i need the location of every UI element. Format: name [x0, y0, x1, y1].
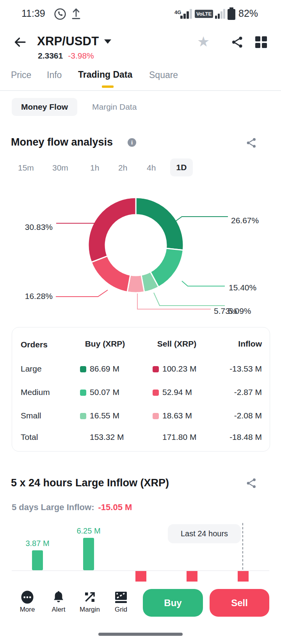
inflow-value: -2.87 M [234, 388, 262, 397]
bar-value-label: 3.87 M [14, 539, 61, 548]
favorite-star-icon[interactable]: ★ [197, 35, 210, 48]
pair-selector[interactable]: XRP/USDT [37, 34, 111, 48]
five-day-inflow-value: -15.05 M [98, 502, 132, 512]
nav-label-more: More [10, 606, 45, 614]
inflow-value: -2.08 M [234, 411, 262, 420]
last-price: 2.3361 [38, 51, 63, 60]
large-inflow-bar-chart: Last 24 hours 3.87 M6.25 M [0, 521, 281, 584]
donut-segment-large-buy[interactable] [136, 197, 183, 250]
table-row: Medium 50.07 M 52.94 M -2.87 M [12, 387, 270, 399]
sell-value: 52.94 M [162, 388, 192, 397]
price-change: -3.98% [68, 51, 94, 60]
donut-leader-small-sell [137, 294, 211, 309]
tab-square[interactable]: Square [149, 70, 178, 80]
row-label: Small [21, 411, 41, 420]
nav-item-alert[interactable]: Alert [41, 590, 76, 614]
tab-info[interactable]: Info [47, 70, 62, 80]
section-share-icon-2[interactable] [246, 478, 257, 489]
sell-swatch [153, 366, 159, 372]
donut-segment-medium-sell[interactable] [91, 256, 130, 292]
col-header-sell: Sell (XRP) [157, 339, 196, 349]
col-header-inflow: Inflow [238, 339, 262, 349]
clock: 11:39 [21, 8, 45, 19]
buy-swatch [80, 413, 86, 419]
buy-value: 153.32 M [90, 432, 124, 442]
donut-label-large-buy: 26.67% [231, 216, 259, 225]
table-row: Large 86.69 M 100.23 M -13.53 M [12, 364, 270, 375]
inflow-bar-2 [83, 538, 94, 570]
battery-percent: 82% [238, 8, 258, 19]
buy-value: 86.69 M [90, 364, 119, 374]
row-label: Large [21, 364, 42, 374]
inflow-value: -13.53 M [229, 364, 262, 374]
interval-1d-label: 1D [176, 163, 187, 172]
last-24h-annotation: Last 24 hours [168, 524, 241, 543]
money-flow-title: Money flow analysis [11, 136, 113, 148]
more-icon [20, 590, 34, 604]
col-header-orders: Orders [21, 340, 48, 349]
buy-button[interactable]: Buy [143, 589, 203, 617]
sell-value: 171.80 M [162, 432, 197, 442]
sell-swatch [153, 413, 159, 419]
interval-15m[interactable]: 15m [18, 163, 34, 173]
nav-label-margin: Margin [72, 606, 107, 614]
table-row-total: Total 153.32 M 171.80 M -18.48 M [12, 432, 270, 444]
tab-trading-data[interactable]: Trading Data [78, 69, 132, 80]
battery-icon [226, 7, 237, 20]
pair-title: XRP/USDT [37, 34, 99, 48]
interval-1d[interactable]: 1D [170, 158, 193, 176]
volte-badge: VoLTE [195, 10, 213, 18]
donut-leader-medium-sell [56, 290, 108, 297]
home-indicator[interactable] [98, 633, 183, 636]
interval-1h[interactable]: 1h [90, 163, 99, 173]
sell-button[interactable]: Sell [210, 589, 269, 617]
active-tab-underline [102, 85, 114, 88]
section-share-icon[interactable] [246, 137, 257, 148]
orders-table: Orders Buy (XRP) Sell (XRP) Inflow Large… [12, 327, 270, 452]
sell-swatch [153, 390, 159, 396]
bar-value-label: 6.25 M [65, 527, 112, 535]
donut-label-medium-buy: 15.40% [229, 283, 256, 292]
nav-item-more[interactable]: More [10, 590, 45, 614]
grid-bot-icon [114, 590, 128, 604]
subtab-margin-data[interactable]: Margin Data [92, 102, 137, 112]
margin-percent-icon [83, 590, 97, 604]
share-icon[interactable] [231, 36, 244, 48]
buy-value: 16.55 M [90, 411, 119, 420]
interval-2h[interactable]: 2h [118, 163, 127, 173]
chevron-down-icon [104, 39, 111, 44]
nav-item-grid[interactable]: Grid [103, 590, 139, 614]
donut-segment-large-sell[interactable] [88, 197, 136, 262]
nav-label-grid: Grid [103, 606, 139, 614]
subtab-money-flow[interactable]: Money Flow [12, 98, 77, 116]
nav-item-margin[interactable]: Margin [72, 590, 107, 614]
bell-icon [52, 590, 66, 604]
upload-icon [71, 7, 82, 21]
donut-leader-medium-buy [182, 281, 225, 286]
tab-price[interactable]: Price [11, 70, 31, 80]
nav-label-alert: Alert [41, 606, 76, 614]
inflow-bar-1 [32, 550, 43, 570]
signal-bars-2-icon [215, 9, 227, 19]
interval-4h[interactable]: 4h [147, 163, 156, 173]
inflow-value: -18.48 M [229, 432, 262, 442]
donut-label-medium-sell: 16.28% [25, 292, 53, 301]
buy-swatch [80, 390, 86, 396]
markets-grid-icon[interactable] [255, 36, 267, 48]
back-arrow-icon[interactable] [13, 35, 27, 49]
sell-value: 100.23 M [162, 364, 197, 374]
inflow-bar-3 [135, 571, 146, 582]
subtab-money-flow-label: Money Flow [21, 102, 68, 112]
donut-label-small-sell: 5.73% [214, 306, 237, 315]
five-day-inflow-label: 5 days Large Inflow: [12, 502, 94, 512]
inflow-bar-5 [238, 571, 249, 582]
donut-label-large-sell: 30.83% [25, 222, 53, 231]
table-row: Small 16.55 M 18.63 M -2.08 M [12, 411, 270, 422]
row-label: Total [21, 432, 38, 442]
inflow-bar-4 [187, 571, 197, 582]
header-divider [0, 90, 281, 91]
last-24h-annotation-label: Last 24 hours [181, 529, 228, 538]
interval-30m[interactable]: 30m [52, 163, 68, 173]
large-inflow-title: 5 x 24 hours Large Inflow (XRP) [11, 477, 169, 489]
info-icon[interactable]: i [128, 138, 136, 147]
